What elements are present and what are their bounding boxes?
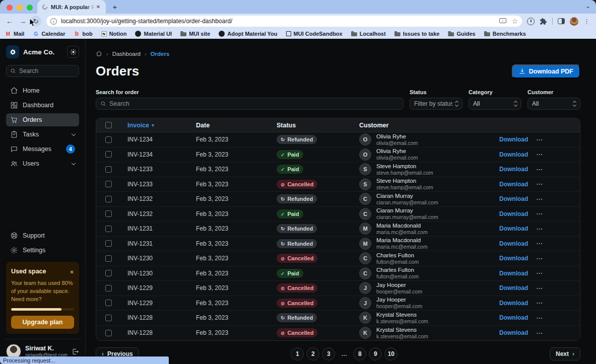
new-tab-button[interactable] — [111, 3, 119, 11]
row-checkbox[interactable] — [105, 270, 112, 276]
page-button[interactable]: 2 — [306, 347, 319, 360]
page-button[interactable]: 10 — [384, 347, 398, 360]
sidebar-item-orders[interactable]: Orders — [6, 113, 79, 126]
row-checkbox[interactable] — [105, 300, 112, 306]
download-link[interactable]: Download — [499, 151, 528, 158]
bookmark-item[interactable]: Notion — [101, 31, 127, 37]
page-button[interactable]: 9 — [369, 347, 382, 360]
sidebar-item-dashboard[interactable]: Dashboard — [6, 99, 79, 112]
select-all-checkbox[interactable] — [105, 122, 112, 128]
row-checkbox[interactable] — [105, 166, 112, 173]
page-button[interactable]: … — [338, 347, 351, 360]
row-checkbox[interactable] — [105, 255, 112, 262]
bookmark-item[interactable]: Mail — [5, 31, 24, 37]
sidebar-item-settings[interactable]: Settings — [6, 244, 79, 257]
row-checkbox[interactable] — [105, 285, 112, 292]
download-link[interactable]: Download — [499, 181, 528, 188]
bookmark-item[interactable]: MUI site — [180, 31, 210, 37]
row-menu-icon[interactable] — [536, 255, 543, 262]
category-filter-select[interactable]: All — [469, 98, 521, 110]
download-link[interactable]: Download — [499, 195, 528, 202]
download-link[interactable]: Download — [499, 284, 528, 292]
row-checkbox[interactable] — [105, 330, 112, 336]
invoice-column-header[interactable]: Invoice — [120, 122, 189, 129]
row-menu-icon[interactable] — [536, 225, 543, 233]
browser-menu-icon[interactable] — [583, 17, 590, 26]
download-pdf-button[interactable]: Download PDF — [512, 64, 580, 79]
side-panel-icon[interactable] — [558, 18, 565, 24]
tab-search-chevron-icon[interactable] — [584, 3, 592, 11]
row-checkbox[interactable] — [105, 315, 112, 321]
breadcrumb-dashboard[interactable]: Dashboard — [112, 51, 141, 57]
browser-profile-avatar[interactable] — [570, 17, 578, 26]
close-window-button[interactable] — [7, 5, 13, 11]
row-menu-icon[interactable] — [536, 314, 543, 322]
bookmark-star-icon[interactable] — [511, 17, 518, 26]
bookmark-item[interactable]: Guides — [448, 31, 475, 37]
bookmark-item[interactable]: Adopt Material You — [219, 31, 277, 37]
forward-button[interactable] — [17, 16, 28, 27]
row-menu-icon[interactable] — [536, 329, 543, 337]
row-checkbox[interactable] — [105, 136, 112, 143]
download-link[interactable]: Download — [499, 225, 528, 232]
url-text[interactable]: localhost:3000/joy-ui/getting-started/te… — [61, 18, 494, 25]
browser-tab[interactable]: MUI: A popular React UI fram — [37, 0, 106, 14]
extensions-puzzle-icon[interactable] — [540, 18, 547, 25]
download-link[interactable]: Download — [499, 255, 528, 262]
sidebar-item-support[interactable]: Support — [6, 229, 79, 242]
extension-icon[interactable] — [527, 18, 535, 25]
download-link[interactable]: Download — [499, 270, 528, 277]
bookmark-item[interactable]: MUI CodeSandbox — [286, 31, 343, 37]
page-button[interactable]: 8 — [353, 347, 366, 360]
row-menu-icon[interactable] — [536, 284, 543, 292]
sidebar-item-users[interactable]: Users — [6, 157, 79, 170]
row-menu-icon[interactable] — [536, 151, 543, 158]
row-menu-icon[interactable] — [536, 166, 543, 173]
site-info-icon[interactable] — [50, 18, 57, 25]
bookmark-item[interactable]: Issues to take — [394, 31, 440, 37]
install-app-icon[interactable] — [499, 18, 506, 24]
minimize-window-button[interactable] — [17, 5, 23, 11]
next-page-button[interactable]: Next — [550, 347, 580, 360]
tab-close-icon[interactable] — [95, 4, 102, 11]
sidebar-search-input[interactable] — [19, 67, 75, 75]
row-checkbox[interactable] — [105, 196, 112, 202]
row-checkbox[interactable] — [105, 181, 112, 187]
download-link[interactable]: Download — [499, 240, 528, 247]
customer-filter-select[interactable]: All — [527, 98, 580, 110]
bookmark-item[interactable]: Localhost — [351, 31, 386, 37]
order-search-field[interactable] — [96, 98, 404, 110]
close-icon[interactable] — [70, 267, 74, 276]
back-button[interactable] — [4, 16, 15, 27]
row-menu-icon[interactable] — [536, 269, 543, 277]
download-link[interactable]: Download — [499, 136, 528, 143]
bookmark-item[interactable]: Benchmarks — [484, 31, 526, 37]
logout-icon[interactable] — [72, 348, 79, 355]
row-checkbox[interactable] — [105, 226, 112, 232]
home-icon[interactable] — [96, 50, 102, 57]
color-scheme-toggle[interactable] — [67, 46, 79, 58]
sidebar-item-messages[interactable]: Messages 4 — [6, 142, 79, 156]
row-menu-icon[interactable] — [536, 136, 543, 143]
address-bar[interactable]: localhost:3000/joy-ui/getting-started/te… — [46, 16, 522, 27]
row-checkbox[interactable] — [105, 210, 112, 217]
sidebar-item-home[interactable]: Home — [6, 84, 79, 97]
bookmark-item[interactable]: bob — [74, 31, 92, 37]
page-button[interactable]: 3 — [322, 347, 335, 360]
row-checkbox[interactable] — [105, 240, 112, 247]
row-menu-icon[interactable] — [536, 299, 543, 307]
row-menu-icon[interactable] — [536, 195, 543, 203]
row-menu-icon[interactable] — [536, 180, 543, 188]
sidebar-item-tasks[interactable]: Tasks — [6, 128, 79, 141]
row-menu-icon[interactable] — [536, 210, 543, 217]
page-button[interactable]: 1 — [291, 347, 304, 360]
download-link[interactable]: Download — [499, 314, 528, 321]
bookmark-item[interactable]: Material UI — [135, 31, 172, 37]
download-link[interactable]: Download — [499, 166, 528, 173]
bookmark-item[interactable]: Calendar — [33, 31, 65, 37]
zoom-window-button[interactable] — [27, 5, 33, 11]
sidebar-search[interactable] — [6, 65, 79, 77]
upgrade-plan-button[interactable]: Upgrade plan — [11, 316, 74, 329]
download-link[interactable]: Download — [499, 210, 528, 217]
download-link[interactable]: Download — [499, 300, 528, 307]
